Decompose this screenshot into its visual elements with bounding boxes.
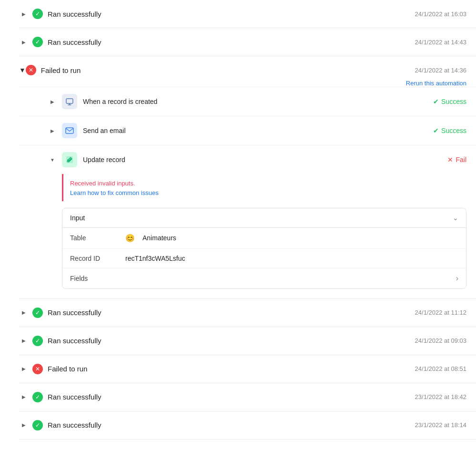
run-label: Failed to run [48, 365, 415, 373]
error-block: Received invalid inputs. Learn how to fi… [62, 174, 466, 201]
run-timestamp: 24/1/2022 at 08:51 [415, 365, 466, 372]
fail-icon: ✕ [26, 65, 36, 75]
success-icon: ✓ [32, 336, 43, 346]
run-timestamp: 24/1/2022 at 16:03 [415, 10, 466, 18]
check-icon: ✔ [433, 98, 439, 105]
x-icon: ✕ [447, 156, 453, 164]
table-value: Animateurs [142, 234, 176, 242]
record-id-label: Record ID [70, 255, 118, 262]
run-label: Ran successfully [48, 421, 415, 429]
input-header-label: Input [70, 214, 85, 222]
main-container: ▶ ✓ Ran successfully 24/1/2022 at 16:03 … [0, 0, 476, 451]
fields-label: Fields [70, 275, 118, 282]
run-row: ▶ ✕ Failed to run 24/1/2022 at 08:51 [19, 355, 476, 383]
run-label: Ran successfully [48, 337, 415, 345]
run-label: Ran successfully [48, 38, 415, 46]
run-timestamp: 24/1/2022 at 11:12 [415, 309, 466, 316]
step-status-label: Success [441, 98, 466, 105]
expand-chevron[interactable]: ▶ [19, 392, 29, 402]
run-timestamp: 23/1/2022 at 18:14 [415, 421, 466, 429]
expand-chevron[interactable]: ▶ [19, 9, 29, 19]
expanded-run-section: ▼ ✕ Failed to run 24/1/2022 at 14:36 Rer… [19, 56, 476, 299]
table-label: Table [70, 234, 118, 242]
table-emoji: 😊 [125, 234, 135, 243]
failed-run-header: ▼ ✕ Failed to run 24/1/2022 at 14:36 [19, 56, 476, 79]
step-label: Send an email [83, 127, 433, 134]
chevron-down-icon: ⌄ [453, 214, 458, 222]
step-label: Update record [83, 156, 447, 164]
record-id-value: recT1nf3cWA5Lsfuc [125, 255, 185, 262]
run-row: ▶ ✓ Ran successfully 23/1/2022 at 18:42 [19, 383, 476, 411]
step-row: ▼ Update record ✕ Fail [19, 145, 476, 174]
success-icon: ✓ [32, 392, 43, 402]
run-timestamp: 24/1/2022 at 14:43 [415, 39, 466, 46]
step-status-label: Fail [456, 156, 466, 164]
check-icon: ✔ [433, 127, 439, 134]
step-expand-chevron[interactable]: ▶ [48, 97, 57, 106]
collapse-chevron[interactable]: ▼ [19, 66, 26, 74]
run-row: ▶ ✓ Ran successfully 24/1/2022 at 14:43 [19, 28, 476, 56]
step-status-label: Success [441, 127, 466, 134]
run-timestamp: 24/1/2022 at 14:36 [415, 67, 466, 74]
step-row: ▶ Send an email ✔ Success [19, 116, 476, 145]
run-row: ▶ ✓ Ran successfully 23/1/2022 at 18:14 [19, 411, 476, 440]
expand-chevron[interactable]: ▶ [19, 308, 29, 318]
update-icon [62, 152, 77, 167]
rerun-link[interactable]: Rerun this automation [406, 80, 476, 92]
expand-chevron[interactable]: ▶ [19, 336, 29, 346]
run-row: ▶ ✓ Ran successfully 24/1/2022 at 11:12 [19, 299, 476, 327]
run-timestamp: 24/1/2022 at 09:03 [415, 337, 466, 344]
chevron-right-icon: › [456, 274, 458, 283]
svg-rect-0 [66, 99, 73, 103]
success-icon: ✓ [32, 308, 43, 318]
run-row: ▶ ✓ Ran successfully 24/1/2022 at 09:03 [19, 327, 476, 355]
success-icon: ✓ [32, 37, 43, 47]
success-icon: ✓ [32, 420, 43, 430]
expand-chevron[interactable]: ▶ [19, 420, 29, 430]
step-label: When a record is created [83, 98, 433, 105]
email-icon [62, 123, 77, 138]
fields-row[interactable]: Fields › [62, 268, 466, 288]
expand-chevron[interactable]: ▶ [19, 364, 29, 374]
error-line-1: Received invalid inputs. [70, 179, 460, 189]
run-label: Ran successfully [48, 308, 415, 317]
svg-rect-3 [66, 128, 73, 133]
run-label: Ran successfully [48, 393, 415, 401]
input-box: Input ⌄ Table 😊 Animateurs Record ID rec… [62, 208, 466, 289]
run-row: ▶ ✓ Ran successfully 24/1/2022 at 16:03 [19, 0, 476, 28]
step-status-success: ✔ Success [433, 127, 466, 134]
table-input-row: Table 😊 Animateurs [62, 228, 466, 249]
input-header[interactable]: Input ⌄ [62, 208, 466, 228]
expand-chevron[interactable]: ▶ [19, 37, 29, 47]
error-fix-link[interactable]: Learn how to fix common issues [70, 189, 159, 196]
step-expand-chevron[interactable]: ▶ [48, 126, 57, 135]
success-icon: ✓ [32, 9, 43, 19]
run-label: Failed to run [41, 66, 415, 74]
trigger-icon [62, 94, 77, 109]
run-label: Ran successfully [48, 10, 415, 18]
fail-icon: ✕ [32, 364, 43, 374]
step-collapse-chevron[interactable]: ▼ [48, 155, 57, 164]
record-id-input-row: Record ID recT1nf3cWA5Lsfuc [62, 249, 466, 268]
step-status-success: ✔ Success [433, 98, 466, 105]
run-timestamp: 23/1/2022 at 18:42 [415, 393, 466, 400]
step-status-fail: ✕ Fail [447, 156, 466, 164]
rerun-container: Rerun this automation [19, 79, 476, 87]
